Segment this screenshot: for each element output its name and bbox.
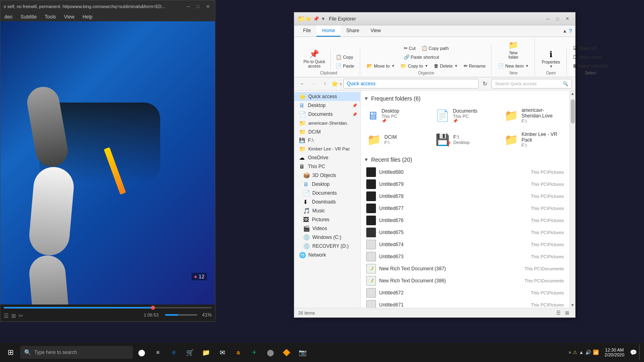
folder-americavr[interactable]: 📁 americavr-Sheridan.Love F:\ [501,105,566,126]
details-view-button[interactable]: ☰ [554,309,562,317]
tab-share[interactable]: Share [341,25,365,37]
sidebar-item-recovery-d[interactable]: 💿 RECOVERY (D:) [294,242,360,251]
minimize-button[interactable]: ─ [184,2,192,10]
tiles-view-button[interactable]: ⊞ [563,309,571,317]
sidebar-item-onedrive[interactable]: ☁ OneDrive [294,153,360,162]
delete-button[interactable]: 🗑 Delete ▼ [431,62,460,70]
tab-home[interactable]: Home [316,25,341,37]
taskbar-cortana-button[interactable]: ⬤ [134,345,149,360]
select-all-button[interactable]: ☑ Select all [571,44,611,52]
taskbar-edge-button[interactable]: e [167,345,181,360]
move-to-button[interactable]: 📂 Move to ▼ [364,62,397,70]
sidebar-item-kimberlee[interactable]: 📁 Kimber Lee - VR Pac [294,144,360,153]
sidebar-item-windows-c[interactable]: 💿 Windows (C:) [294,233,360,242]
select-none-button[interactable]: ☐ Select none [571,53,611,61]
tab-file[interactable]: File [297,25,316,37]
menu-subtitle[interactable]: Subtitle [19,14,38,20]
taskbar-explorer-button[interactable]: 📁 [199,345,213,360]
back-button[interactable]: ← [297,79,307,88]
taskbar-amazon-button[interactable]: a [231,345,246,360]
copy-button[interactable]: 📋 Copy [333,53,357,61]
recent-item-677[interactable]: Untitled677 This PC\Pictures [364,202,566,214]
recent-item-rtf386[interactable]: 📝 New Rich Text Document (386) This PC\D… [364,275,566,287]
folder-dcim[interactable]: 📁 DCIM F:\ [364,129,429,150]
sidebar-item-downloads[interactable]: ⬇ Downloads [294,197,360,206]
taskbar-store-button[interactable]: 🛒 [183,345,197,360]
recent-item-674[interactable]: Untitled674 This PC\Pictures [364,239,566,251]
recent-collapse-arrow[interactable]: ▼ [364,157,369,162]
sidebar-item-desktop-pinned[interactable]: 🖥 Desktop 📌 [294,101,360,110]
address-field[interactable]: Quick access [343,79,479,88]
sidebar-item-network[interactable]: 🌐 Network [294,251,360,259]
menu-video[interactable]: deo [3,14,14,20]
tray-volume-icon[interactable]: 🔊 [585,350,591,355]
crop-icon[interactable]: ✂ [19,313,23,319]
cut-button[interactable]: ✂ Cut [401,44,418,52]
rename-button[interactable]: ✏ Rename [461,62,488,70]
taskbar-taskview-button[interactable]: ≡ [151,345,165,360]
folder-desktop[interactable]: 🖥 Desktop This PC 📌 [364,105,429,126]
progress-bar[interactable] [4,307,212,309]
playlist-icon[interactable]: ☰ [4,313,9,319]
recent-item-rtf387[interactable]: 📝 New Rich Text Document (387) This PC\D… [364,263,566,275]
folder-documents[interactable]: 📄 Documents This PC 📌 [432,105,497,126]
maximize-button[interactable]: □ [194,2,202,10]
breadcrumb-quickaccess[interactable]: Quick access [347,81,376,86]
fe-minimize-button[interactable]: ─ [543,14,553,24]
taskbar-mail-button[interactable]: ✉ [215,345,229,360]
help-button[interactable]: ? [569,28,572,34]
properties-button[interactable]: ℹ Properties ▼ [539,48,563,70]
scroll-down-button[interactable]: ▼ [571,303,575,307]
sidebar-item-documents-pinned[interactable]: 📄 Documents 📌 [294,110,360,119]
recent-item-671[interactable]: Untitled671 This PC\Pictures [364,299,566,308]
sidebar-item-documents[interactable]: 📄 Documents [294,189,360,197]
refresh-button[interactable]: ↻ [480,79,490,88]
scroll-thumb[interactable] [571,99,575,123]
scroll-up-button[interactable]: ▲ [571,91,575,95]
sidebar-item-desktop[interactable]: 🖥 Desktop [294,180,360,189]
up-button[interactable]: ↑ [320,79,330,88]
folder-kimberlee[interactable]: 📁 Kimber Lee - VR Pack F:\ [501,129,566,150]
sidebar-item-americavr[interactable]: 📁 americavr-Sheridan. [294,119,360,128]
taskbar-camera-button[interactable]: 📷 [295,345,310,360]
sidebar-item-music[interactable]: 🎵 Music [294,206,360,215]
tray-chevron[interactable]: » [568,350,571,355]
sidebar-item-fdrive[interactable]: 💾 F:\ [294,136,360,144]
recent-item-678[interactable]: Untitled678 This PC\Pictures [364,190,566,202]
fe-close-button[interactable]: ✕ [562,14,572,24]
tab-view[interactable]: View [365,25,386,37]
paste-shortcut-button[interactable]: 🔗 Paste shortcut [401,53,442,61]
sidebar-item-3dobjects[interactable]: 📦 3D Objects [294,171,360,180]
start-button[interactable]: ⊞ [2,344,19,360]
invert-selection-button[interactable]: ⊠ Invert selection [571,62,611,70]
fe-maximize-button[interactable]: □ [553,14,562,24]
taskbar-vlc-button[interactable]: 🔶 [279,345,294,360]
sidebar-item-thispc[interactable]: 🖥 This PC [294,162,360,171]
new-folder-button[interactable]: 📁 Newfolder [495,39,531,61]
paste-button[interactable]: 📄 Paste [333,62,357,70]
frequent-collapse-arrow[interactable]: ▼ [364,96,369,101]
grid-icon[interactable]: ⊞ [11,313,16,319]
notification-button[interactable]: 💬 [630,349,637,356]
recent-item-679[interactable]: Untitled679 This PC\Pictures [364,178,566,190]
show-desktop-button[interactable] [639,344,642,360]
menu-view[interactable]: View [62,14,76,20]
volume-slider[interactable] [165,314,197,316]
recent-item-675[interactable]: Untitled675 This PC\Pictures [364,226,566,239]
sidebar-item-quick-access[interactable]: ⭐ Quick access [294,92,360,101]
forward-button[interactable]: → [309,79,318,88]
taskbar-clock[interactable]: 12:30 AM 2/20/2020 [601,348,627,357]
menu-help[interactable]: Help [81,14,94,20]
recent-item-672[interactable]: Untitled672 This PC\Pictures [364,287,566,299]
tray-upward-icon[interactable]: ▲ [579,350,584,355]
taskbar-search[interactable]: 🔍 Type here to search [20,346,133,359]
sidebar-item-pictures[interactable]: 🖼 Pictures [294,215,360,224]
recent-item-680[interactable]: Untitled680 This PC\Pictures [364,166,566,178]
recent-item-673[interactable]: Untitled673 This PC\Pictures [364,251,566,263]
ribbon-collapse-button[interactable]: ▲ [562,28,567,34]
new-item-button[interactable]: 📄 New item ▼ [495,62,531,70]
copy-path-button[interactable]: 📋 Copy path [419,44,451,52]
tray-network-icon[interactable]: 📶 [593,350,599,355]
taskbar-icon6[interactable]: ⬤ [263,345,278,360]
pin-quick-access-button[interactable]: 📌 Pin to Quickaccess [301,47,328,70]
